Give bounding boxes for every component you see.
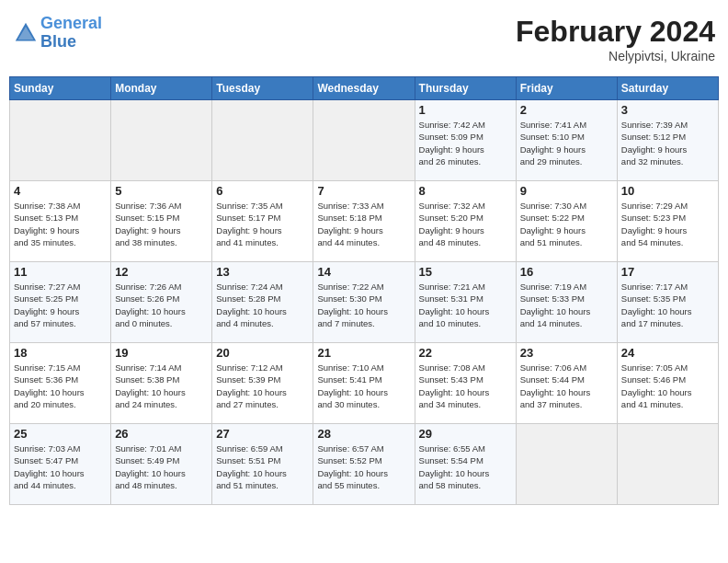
day-number: 10 (621, 184, 714, 198)
calendar-cell: 10Sunrise: 7:29 AM Sunset: 5:23 PM Dayli… (617, 181, 718, 262)
calendar-cell: 17Sunrise: 7:17 AM Sunset: 5:35 PM Dayli… (617, 262, 718, 343)
calendar-cell: 4Sunrise: 7:38 AM Sunset: 5:13 PM Daylig… (10, 181, 111, 262)
logo-icon (13, 20, 39, 46)
day-info: Sunrise: 7:15 AM Sunset: 5:36 PM Dayligh… (14, 362, 107, 410)
day-number: 6 (216, 184, 309, 198)
location-subtitle: Nelypivtsi, Ukraine (516, 49, 715, 63)
calendar-cell (10, 100, 111, 181)
calendar-cell: 9Sunrise: 7:30 AM Sunset: 5:22 PM Daylig… (516, 181, 617, 262)
calendar-cell: 12Sunrise: 7:26 AM Sunset: 5:26 PM Dayli… (111, 262, 212, 343)
day-info: Sunrise: 7:22 AM Sunset: 5:30 PM Dayligh… (317, 281, 410, 329)
day-number: 8 (419, 184, 512, 198)
day-info: Sunrise: 6:59 AM Sunset: 5:51 PM Dayligh… (216, 442, 309, 491)
calendar-cell: 22Sunrise: 7:08 AM Sunset: 5:43 PM Dayli… (415, 343, 516, 424)
weekday-header-thursday: Thursday (415, 77, 516, 100)
logo: General Blue (13, 15, 102, 52)
day-info: Sunrise: 7:41 AM Sunset: 5:10 PM Dayligh… (520, 119, 613, 167)
page-header: General Blue February 2024 Nelypivtsi, U… (9, 9, 719, 69)
calendar-cell: 11Sunrise: 7:27 AM Sunset: 5:25 PM Dayli… (10, 262, 111, 343)
calendar-cell: 8Sunrise: 7:32 AM Sunset: 5:20 PM Daylig… (415, 181, 516, 262)
day-number: 18 (14, 346, 107, 360)
day-number: 27 (216, 427, 309, 441)
day-number: 19 (115, 346, 208, 360)
day-info: Sunrise: 7:42 AM Sunset: 5:09 PM Dayligh… (419, 119, 512, 167)
calendar-cell: 23Sunrise: 7:06 AM Sunset: 5:44 PM Dayli… (516, 343, 617, 424)
day-number: 9 (520, 184, 613, 198)
day-number: 16 (520, 265, 613, 279)
day-info: Sunrise: 7:21 AM Sunset: 5:31 PM Dayligh… (419, 281, 512, 329)
calendar-cell: 28Sunrise: 6:57 AM Sunset: 5:52 PM Dayli… (313, 424, 415, 505)
day-info: Sunrise: 7:38 AM Sunset: 5:13 PM Dayligh… (14, 200, 107, 248)
day-number: 7 (317, 184, 410, 198)
day-info: Sunrise: 7:05 AM Sunset: 5:46 PM Dayligh… (621, 362, 714, 410)
calendar-cell (617, 424, 718, 505)
day-info: Sunrise: 7:39 AM Sunset: 5:12 PM Dayligh… (621, 119, 714, 167)
day-info: Sunrise: 7:30 AM Sunset: 5:22 PM Dayligh… (520, 200, 613, 248)
calendar-cell: 15Sunrise: 7:21 AM Sunset: 5:31 PM Dayli… (415, 262, 516, 343)
calendar-cell: 18Sunrise: 7:15 AM Sunset: 5:36 PM Dayli… (10, 343, 111, 424)
calendar-cell (212, 100, 313, 181)
weekday-header-wednesday: Wednesday (313, 77, 415, 100)
day-info: Sunrise: 7:03 AM Sunset: 5:47 PM Dayligh… (14, 442, 107, 491)
day-number: 21 (317, 346, 410, 360)
day-info: Sunrise: 7:27 AM Sunset: 5:25 PM Dayligh… (14, 281, 107, 329)
day-number: 15 (419, 265, 512, 279)
calendar-cell: 26Sunrise: 7:01 AM Sunset: 5:49 PM Dayli… (111, 424, 212, 505)
day-info: Sunrise: 6:55 AM Sunset: 5:54 PM Dayligh… (419, 442, 512, 491)
day-info: Sunrise: 7:19 AM Sunset: 5:33 PM Dayligh… (520, 281, 613, 329)
day-number: 29 (419, 427, 512, 441)
calendar-cell: 13Sunrise: 7:24 AM Sunset: 5:28 PM Dayli… (212, 262, 313, 343)
day-number: 4 (14, 184, 107, 198)
calendar-cell: 25Sunrise: 7:03 AM Sunset: 5:47 PM Dayli… (10, 424, 111, 505)
day-info: Sunrise: 7:10 AM Sunset: 5:41 PM Dayligh… (317, 362, 410, 410)
title-block: February 2024 Nelypivtsi, Ukraine (516, 15, 715, 63)
day-number: 26 (115, 427, 208, 441)
calendar-table: SundayMondayTuesdayWednesdayThursdayFrid… (9, 76, 719, 505)
day-number: 25 (14, 427, 107, 441)
day-number: 24 (621, 346, 714, 360)
day-number: 22 (419, 346, 512, 360)
day-info: Sunrise: 7:36 AM Sunset: 5:15 PM Dayligh… (115, 200, 208, 248)
calendar-cell: 29Sunrise: 6:55 AM Sunset: 5:54 PM Dayli… (415, 424, 516, 505)
calendar-cell: 6Sunrise: 7:35 AM Sunset: 5:17 PM Daylig… (212, 181, 313, 262)
day-number: 11 (14, 265, 107, 279)
calendar-cell: 21Sunrise: 7:10 AM Sunset: 5:41 PM Dayli… (313, 343, 415, 424)
day-number: 2 (520, 103, 613, 117)
calendar-cell: 20Sunrise: 7:12 AM Sunset: 5:39 PM Dayli… (212, 343, 313, 424)
calendar-cell: 5Sunrise: 7:36 AM Sunset: 5:15 PM Daylig… (111, 181, 212, 262)
day-info: Sunrise: 7:29 AM Sunset: 5:23 PM Dayligh… (621, 200, 714, 248)
day-info: Sunrise: 7:32 AM Sunset: 5:20 PM Dayligh… (419, 200, 512, 248)
day-info: Sunrise: 7:01 AM Sunset: 5:49 PM Dayligh… (115, 442, 208, 491)
weekday-header-sunday: Sunday (10, 77, 111, 100)
weekday-header-friday: Friday (516, 77, 617, 100)
day-number: 5 (115, 184, 208, 198)
logo-text: General Blue (40, 15, 102, 52)
weekday-header-monday: Monday (111, 77, 212, 100)
day-info: Sunrise: 7:08 AM Sunset: 5:43 PM Dayligh… (419, 362, 512, 410)
day-number: 13 (216, 265, 309, 279)
day-number: 3 (621, 103, 714, 117)
day-info: Sunrise: 7:24 AM Sunset: 5:28 PM Dayligh… (216, 281, 309, 329)
day-number: 12 (115, 265, 208, 279)
calendar-cell (313, 100, 415, 181)
calendar-cell: 24Sunrise: 7:05 AM Sunset: 5:46 PM Dayli… (617, 343, 718, 424)
day-number: 23 (520, 346, 613, 360)
day-number: 1 (419, 103, 512, 117)
calendar-cell: 14Sunrise: 7:22 AM Sunset: 5:30 PM Dayli… (313, 262, 415, 343)
calendar-cell: 16Sunrise: 7:19 AM Sunset: 5:33 PM Dayli… (516, 262, 617, 343)
day-number: 17 (621, 265, 714, 279)
weekday-header-saturday: Saturday (617, 77, 718, 100)
calendar-cell: 19Sunrise: 7:14 AM Sunset: 5:38 PM Dayli… (111, 343, 212, 424)
day-info: Sunrise: 7:17 AM Sunset: 5:35 PM Dayligh… (621, 281, 714, 329)
day-info: Sunrise: 7:14 AM Sunset: 5:38 PM Dayligh… (115, 362, 208, 410)
calendar-cell: 1Sunrise: 7:42 AM Sunset: 5:09 PM Daylig… (415, 100, 516, 181)
calendar-cell: 2Sunrise: 7:41 AM Sunset: 5:10 PM Daylig… (516, 100, 617, 181)
day-info: Sunrise: 7:35 AM Sunset: 5:17 PM Dayligh… (216, 200, 309, 248)
day-number: 14 (317, 265, 410, 279)
calendar-cell (111, 100, 212, 181)
day-info: Sunrise: 6:57 AM Sunset: 5:52 PM Dayligh… (317, 442, 410, 491)
calendar-cell (516, 424, 617, 505)
calendar-cell: 7Sunrise: 7:33 AM Sunset: 5:18 PM Daylig… (313, 181, 415, 262)
calendar-cell: 3Sunrise: 7:39 AM Sunset: 5:12 PM Daylig… (617, 100, 718, 181)
day-info: Sunrise: 7:26 AM Sunset: 5:26 PM Dayligh… (115, 281, 208, 329)
